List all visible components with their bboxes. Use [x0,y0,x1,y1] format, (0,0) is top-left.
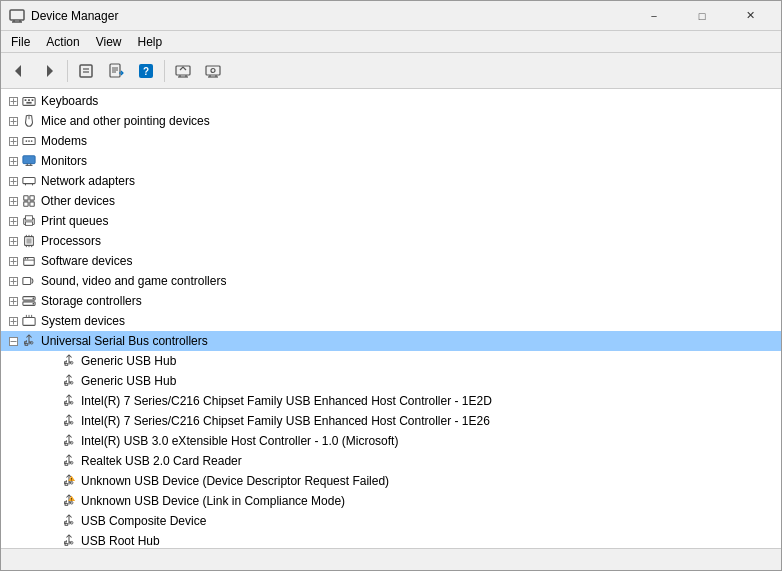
expand-icon-usb-composite[interactable] [45,513,61,529]
svg-rect-28 [25,99,27,101]
svg-rect-62 [30,202,34,206]
svg-rect-27 [23,98,35,106]
expand-icon-storage[interactable] [5,293,21,309]
title-bar: Device Manager − □ ✕ [1,1,781,31]
expand-icon-usb-intel3[interactable] [45,433,61,449]
back-button[interactable] [5,57,33,85]
tree-item-mice[interactable]: Mice and other pointing devices [1,111,781,131]
expand-icon-usb-unknown1[interactable] [45,473,61,489]
scan-button[interactable] [169,57,197,85]
svg-rect-122 [65,484,68,486]
tree-item-network[interactable]: Network adapters [1,171,781,191]
svg-rect-130 [65,544,68,546]
expand-icon-usb-generic1[interactable] [45,353,61,369]
svg-rect-73 [26,238,31,243]
menu-file[interactable]: File [3,31,38,53]
svg-point-96 [33,298,35,300]
tree-item-label-storage: Storage controllers [41,294,142,308]
tree-item-storage[interactable]: Storage controllers [1,291,781,311]
tree-item-label-usb-intel3: Intel(R) USB 3.0 eXtensible Host Control… [81,434,398,448]
expand-icon-usb-realtek[interactable] [45,453,61,469]
expand-icon-usb-intel1[interactable] [45,393,61,409]
expand-icon-usb[interactable] [5,333,21,349]
tree-item-usb-unknown1[interactable]: !Unknown USB Device (Device Descriptor R… [1,471,781,491]
tree-item-label-usb-root1: USB Root Hub [81,534,160,548]
expand-icon-usb-root1[interactable] [45,533,61,548]
svg-point-40 [26,140,28,142]
tree-item-label-usb-intel1: Intel(R) 7 Series/C216 Chipset Family US… [81,394,492,408]
tree-item-usb-generic1[interactable]: Generic USB Hub [1,351,781,371]
device-icon-usb-device [61,533,77,548]
menu-help[interactable]: Help [130,31,171,53]
tree-item-usb-intel3[interactable]: Intel(R) USB 3.0 eXtensible Host Control… [1,431,781,451]
tree-item-usb-unknown2[interactable]: !Unknown USB Device (Link in Compliance … [1,491,781,511]
expand-icon-modems[interactable] [5,133,21,149]
tree-item-label-mice: Mice and other pointing devices [41,114,210,128]
tree-item-usb-generic2[interactable]: Generic USB Hub [1,371,781,391]
help-button[interactable]: ? [132,57,160,85]
tree-item-usb-root1[interactable]: USB Root Hub [1,531,781,548]
device-tree[interactable]: KeyboardsMice and other pointing devices… [1,89,781,548]
device-icon-processor [21,233,37,249]
expand-icon-system[interactable] [5,313,21,329]
tree-item-usb-composite[interactable]: USB Composite Device [1,511,781,531]
expand-icon-usb-unknown2[interactable] [45,493,61,509]
expand-icon-sound[interactable] [5,273,21,289]
svg-rect-46 [23,156,35,164]
svg-rect-30 [32,99,34,101]
tree-item-usb-realtek[interactable]: Realtek USB 2.0 Card Reader [1,451,781,471]
svg-rect-6 [80,65,92,77]
device-icon-usb [21,333,37,349]
tree-item-label-print: Print queues [41,214,108,228]
tree-item-sound[interactable]: Sound, video and game controllers [1,271,781,291]
svg-rect-118 [65,444,68,446]
device-icon-mouse [21,113,37,129]
svg-point-85 [25,258,26,259]
expand-icon-processors[interactable] [5,233,21,249]
menu-action[interactable]: Action [38,31,87,53]
device-icon-usb-device [61,413,77,429]
minimize-button[interactable]: − [631,1,677,31]
device-icon-network [21,173,37,189]
tree-item-keyboards[interactable]: Keyboards [1,91,781,111]
forward-button[interactable] [35,57,63,85]
tree-item-modems[interactable]: Modems [1,131,781,151]
update-driver-button[interactable] [102,57,130,85]
tree-item-usb[interactable]: Universal Serial Bus controllers [1,331,781,351]
tree-item-print[interactable]: Print queues [1,211,781,231]
tree-item-label-software: Software devices [41,254,132,268]
close-button[interactable]: ✕ [727,1,773,31]
expand-icon-software[interactable] [5,253,21,269]
tree-item-software[interactable]: Software devices [1,251,781,271]
expand-icon-usb-intel2[interactable] [45,413,61,429]
display-button[interactable] [199,57,227,85]
window-controls: − □ ✕ [631,1,773,31]
tree-item-system[interactable]: System devices [1,311,781,331]
tree-item-usb-intel1[interactable]: Intel(R) 7 Series/C216 Chipset Family US… [1,391,781,411]
expand-icon-monitors[interactable] [5,153,21,169]
maximize-button[interactable]: □ [679,1,725,31]
menu-view[interactable]: View [88,31,130,53]
svg-text:?: ? [143,66,149,77]
expand-icon-other[interactable] [5,193,21,209]
expand-icon-network[interactable] [5,173,21,189]
tree-item-label-processors: Processors [41,234,101,248]
tree-item-processors[interactable]: Processors [1,231,781,251]
expand-icon-keyboards[interactable] [5,93,21,109]
tree-item-label-keyboards: Keyboards [41,94,98,108]
expand-icon-usb-generic2[interactable] [45,373,61,389]
window-title: Device Manager [31,9,631,23]
tree-item-usb-intel2[interactable]: Intel(R) 7 Series/C216 Chipset Family US… [1,411,781,431]
svg-rect-116 [65,424,68,426]
tree-item-other[interactable]: Other devices [1,191,781,211]
svg-point-42 [31,140,33,142]
device-icon-modem [21,133,37,149]
expand-icon-mice[interactable] [5,113,21,129]
tree-item-label-usb-realtek: Realtek USB 2.0 Card Reader [81,454,242,468]
properties-button[interactable] [72,57,100,85]
expand-icon-print[interactable] [5,213,21,229]
tree-item-monitors[interactable]: Monitors [1,151,781,171]
status-bar [1,548,781,570]
svg-marker-5 [47,65,53,77]
device-icon-other [21,193,37,209]
